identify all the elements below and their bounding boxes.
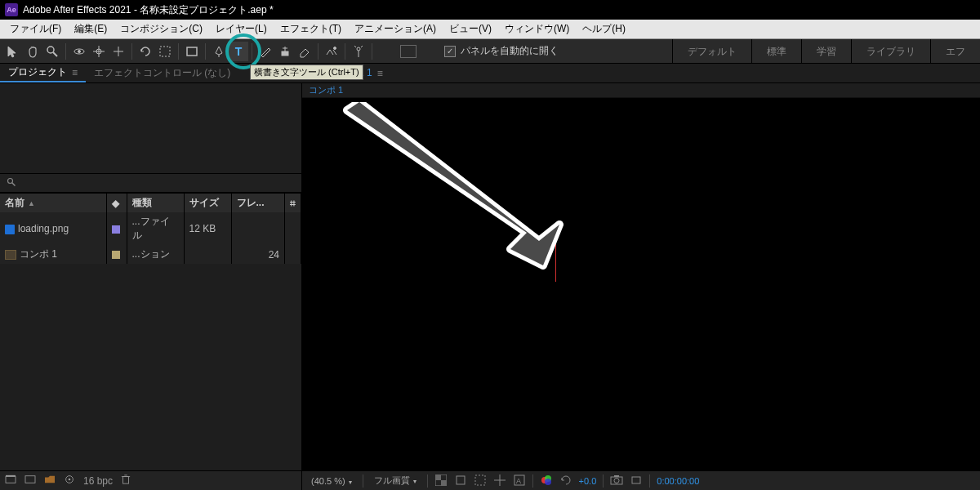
app-logo: Ae	[5, 3, 18, 16]
svg-rect-27	[123, 477, 129, 484]
svg-line-21	[12, 182, 16, 185]
current-time[interactable]: 0:00:00:00	[657, 476, 699, 486]
rotate-tool-icon[interactable]	[136, 42, 155, 61]
mask-tool-icon[interactable]	[155, 42, 175, 61]
composition-icon	[5, 250, 16, 260]
panel-menu-icon[interactable]: ≡	[72, 67, 78, 78]
svg-text:A: A	[516, 477, 521, 485]
roto-brush-tool-icon[interactable]	[322, 42, 341, 61]
menu-window[interactable]: ウィンドウ(W)	[498, 20, 576, 38]
eraser-tool-icon[interactable]	[295, 42, 314, 61]
workspace-tab-library[interactable]: ライブラリ	[851, 39, 930, 64]
pan-behind-tool-icon[interactable]	[89, 42, 109, 61]
workspace-tab-standard[interactable]: 標準	[751, 39, 801, 64]
rectangle-tool-icon[interactable]	[182, 42, 202, 61]
label-swatch[interactable]	[112, 251, 120, 259]
svg-rect-34	[475, 475, 485, 485]
grid-guide-icon[interactable]	[493, 474, 506, 488]
svg-rect-9	[160, 47, 170, 56]
region-interest-icon[interactable]	[474, 474, 487, 488]
col-type[interactable]: 種類	[127, 194, 184, 213]
menu-animation[interactable]: アニメーション(A)	[348, 20, 443, 38]
text-tool-icon[interactable]: T	[229, 42, 248, 61]
anchor-tool-icon[interactable]	[109, 42, 128, 61]
svg-point-43	[614, 478, 619, 483]
project-items-table: 名前▲ ◆ 種類 サイズ フレ... ⌗ loading.png ...ファイル…	[0, 193, 301, 264]
bpc-label[interactable]: 16 bpc	[83, 475, 113, 487]
zoom-tool-icon[interactable]	[42, 42, 62, 61]
title-bar: Ae Adobe After Effects 2021 - 名称未設定プロジェク…	[0, 0, 980, 20]
panel-tab-row: プロジェクト≡ エフェクトコントロール (なし) ョン コンポ 1≡ 横書き文字…	[0, 64, 980, 83]
svg-line-19	[361, 46, 363, 47]
window-title: Adobe After Effects 2021 - 名称未設定プロジェクト.a…	[23, 3, 274, 17]
workspace-tab-effects[interactable]: エフ	[930, 39, 980, 64]
transparency-grid-icon[interactable]	[434, 474, 448, 488]
svg-point-15	[334, 47, 336, 49]
svg-rect-10	[187, 47, 197, 56]
svg-rect-44	[614, 475, 619, 477]
svg-rect-24	[25, 476, 35, 483]
orbit-tool-icon[interactable]	[69, 42, 89, 61]
svg-rect-12	[282, 51, 288, 56]
svg-rect-33	[457, 476, 465, 484]
menu-edit[interactable]: 編集(E)	[68, 20, 114, 38]
selection-tool-icon[interactable]	[3, 42, 23, 61]
composition-panel: コンポ 1 (40.5 %)▾ フル画質▾ A	[302, 83, 980, 490]
svg-rect-31	[435, 474, 441, 480]
project-panel: 名前▲ ◆ 種類 サイズ フレ... ⌗ loading.png ...ファイル…	[0, 83, 302, 490]
snapshot-icon[interactable]	[610, 474, 623, 488]
new-composition-icon[interactable]	[24, 474, 36, 487]
svg-line-18	[354, 46, 356, 47]
tab-project[interactable]: プロジェクト≡	[0, 64, 86, 82]
col-framerate[interactable]: フレ...	[231, 194, 285, 213]
viewer-footer: (40.5 %)▾ フル画質▾ A +0.0 0:00:00:00	[302, 470, 980, 490]
menu-composition[interactable]: コンポジション(C)	[114, 20, 209, 38]
project-item-row[interactable]: loading.png ...ファイル 12 KB	[0, 212, 301, 245]
workspace-tab-learn[interactable]: 学習	[801, 39, 851, 64]
composition-viewport[interactable]	[302, 98, 980, 470]
viewer-tab-comp1[interactable]: コンポ 1	[302, 82, 350, 99]
svg-rect-22	[6, 477, 16, 483]
auto-open-panel-checkbox[interactable]: ✓	[444, 46, 456, 57]
menu-help[interactable]: ヘルプ(H)	[576, 20, 632, 38]
new-folder-icon[interactable]	[44, 474, 56, 487]
menu-view[interactable]: ビュー(V)	[443, 20, 498, 38]
mask-toggle-icon[interactable]	[454, 474, 467, 488]
workspace-tabs: デフォルト 標準 学習 ライブラリ エフ	[672, 39, 980, 64]
svg-line-1	[53, 52, 57, 56]
puppet-pin-tool-icon[interactable]	[349, 42, 368, 61]
resolution-dropdown[interactable]: フル画質▾	[370, 474, 421, 488]
svg-point-16	[357, 47, 360, 51]
project-search-input[interactable]	[20, 177, 295, 189]
label-swatch[interactable]	[112, 225, 120, 234]
svg-point-3	[78, 50, 81, 52]
zoom-dropdown[interactable]: (40.5 %)▾	[307, 475, 356, 487]
reset-exposure-icon[interactable]	[559, 474, 572, 488]
tab-effect-controls[interactable]: エフェクトコントロール (なし)	[86, 64, 238, 82]
trash-icon[interactable]	[121, 474, 131, 488]
brush-tool-icon[interactable]	[256, 42, 275, 61]
menu-effect[interactable]: エフェクト(T)	[274, 20, 348, 38]
project-settings-icon[interactable]	[64, 474, 75, 488]
interpret-footage-icon[interactable]	[5, 474, 16, 487]
file-icon	[5, 225, 15, 234]
show-snapshot-icon[interactable]	[630, 474, 643, 488]
col-name[interactable]: 名前▲	[0, 194, 106, 213]
col-size[interactable]: サイズ	[184, 194, 231, 213]
main-area: 名前▲ ◆ 種類 サイズ フレ... ⌗ loading.png ...ファイル…	[0, 83, 980, 490]
col-org[interactable]: ⌗	[285, 194, 301, 213]
exposure-value[interactable]: +0.0	[579, 476, 597, 486]
menu-file[interactable]: ファイル(F)	[3, 20, 68, 38]
channel-icon[interactable]: A	[513, 474, 526, 488]
clone-stamp-tool-icon[interactable]	[275, 42, 295, 61]
col-label[interactable]: ◆	[106, 194, 127, 213]
hand-tool-icon[interactable]	[23, 42, 42, 61]
tool-bar: T ✓ パネルを自動的に開く デフォルト 標準 学習 ライブラリ エフ	[0, 39, 980, 64]
workspace-tab-default[interactable]: デフォルト	[672, 39, 751, 64]
project-item-row[interactable]: コンポ 1 ...ション 24	[0, 245, 301, 264]
menu-layer[interactable]: レイヤー(L)	[209, 20, 274, 38]
snapping-toggle-icon[interactable]	[400, 45, 416, 58]
pen-tool-icon[interactable]	[209, 42, 229, 61]
color-management-icon[interactable]	[540, 474, 553, 488]
project-bottom-bar: 16 bpc	[0, 470, 301, 490]
